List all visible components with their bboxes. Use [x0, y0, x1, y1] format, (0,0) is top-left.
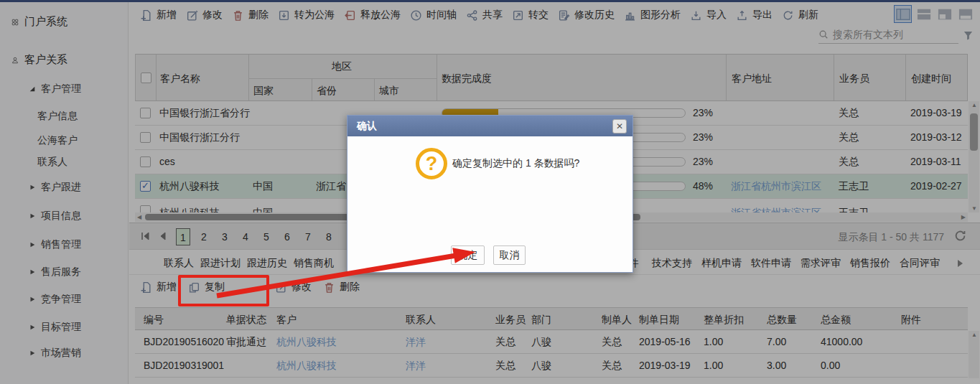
dialog-close-button[interactable]: ✕	[612, 119, 627, 134]
dialog-title: 确认	[357, 120, 612, 133]
cancel-button[interactable]: 取消	[493, 245, 526, 265]
question-icon: ?	[416, 148, 447, 179]
dialog-header[interactable]: 确认 ✕	[347, 116, 633, 136]
dialog-message: 确定复制选中的 1 条数据吗?	[452, 157, 579, 170]
ok-button[interactable]: 确定	[451, 245, 485, 265]
confirm-dialog: 确认 ✕ ? 确定复制选中的 1 条数据吗? 确定 取消	[347, 115, 633, 273]
